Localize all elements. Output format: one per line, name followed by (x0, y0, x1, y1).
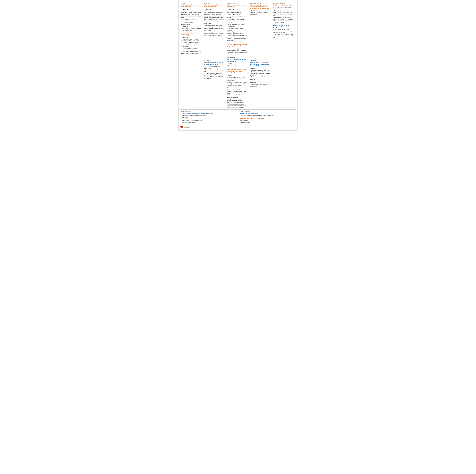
cost-title: What are the expected costs to run your … (181, 112, 237, 114)
cost-content: - Web application development and mainte… (181, 115, 237, 123)
km-label: KEY METRICS (204, 60, 225, 61)
footer-brand: RubyGarage (184, 125, 190, 127)
vp-describe-content: - We provide an easy-to-navigate app tha… (227, 48, 248, 55)
vp-doctors-heading: For doctors: (227, 26, 248, 28)
solution-doctors-content: - An application where doctors can manag… (204, 24, 225, 36)
channels-patients-heading: Patients: (250, 67, 271, 69)
revenue-pay-title: How would your customers prefer to pay? (239, 117, 295, 119)
km-content: - Number of scheduled and held appointme… (204, 66, 225, 79)
problem-doctors-heading: For doctors: (181, 26, 202, 28)
cs-first-content: - Private practitioners who have no bure… (273, 29, 294, 38)
svg-text:RG: RG (181, 126, 182, 127)
dod-s: S: Regulatory compliance, map of nearby … (227, 98, 248, 103)
footer-url: rubygarage.org (184, 127, 190, 128)
problem-patients-content: - Inability to visit a doctor in person … (181, 10, 202, 25)
rubygarage-logo: RG (180, 125, 183, 128)
revenue-label: REVENUE STREAMS (239, 111, 295, 112)
channels-title: Through which channels do your customer … (250, 62, 271, 67)
problem-patients-heading: For patients: (181, 8, 202, 10)
km-title: Which metrics indicate how well your com… (204, 62, 225, 65)
zocdoc-heading: Zocdoc: (227, 74, 248, 76)
key-metrics-cell: KEY METRICS Which metrics indicate how w… (203, 59, 226, 109)
practo-heading: Practo: (227, 87, 248, 89)
vp-describe-title: How would you briefly describe what you … (227, 44, 248, 47)
dod-heading: Doctor on Demand: (227, 96, 248, 98)
channels-doctors-heading: Doctors: (250, 78, 271, 80)
footer: RG RubyGarage rubygarage.org (180, 124, 296, 129)
competitors-title: Who are the main competitors on the mark… (227, 59, 248, 62)
cost-label: COST STRUCTURE (181, 111, 237, 112)
solution-patients-content: - An application where patients can sche… (204, 10, 225, 22)
solve-doctors-heading: For doctors: (181, 46, 202, 47)
vp-doctors-content: - Safe digital presence and self-promoti… (227, 28, 248, 43)
solution-patients-heading: For patients: (204, 8, 225, 10)
problem-label: PROBLEM (181, 2, 202, 4)
ua-title: What assets do you possess that can't be… (250, 4, 271, 9)
value-propositions-cell: VALUE PROPOSITIONS What value do you del… (226, 1, 249, 109)
problem-cell: PROBLEM What critical problems do your c… (180, 1, 203, 109)
problem-doctors-content: - Lack of self-promotion and customers -… (181, 28, 202, 31)
cost-structure-cell: COST STRUCTURE What are the expected cos… (180, 109, 238, 124)
zocdoc-s: S: Simplicity, user-friendly interface, … (227, 76, 248, 81)
practo-w: W: Services not offered in all cities (227, 94, 248, 96)
competitors-label: COMPETITORS (227, 57, 248, 58)
channels-cell: CHANNELS Through which channels do your … (249, 59, 272, 109)
cs-label: CUSTOMER SEGMENTS (273, 2, 294, 4)
revenue-content: - Commission-based scheme (10% from each… (239, 115, 295, 117)
solution-cell: SOLUTION What are your solutions to cust… (203, 1, 226, 59)
vp-label: VALUE PROPOSITIONS (227, 2, 248, 4)
zocdoc-w: W: Doctors pay for being listed and stay… (227, 81, 248, 87)
solution-doctors-heading: For doctors: (204, 23, 225, 24)
revenue-pay-content: - Online payment - Insurance coverage (239, 120, 295, 123)
solution-title: What are your solutions to customers' pr… (204, 4, 225, 8)
cs-content: - Patients who want online medical consu… (273, 7, 294, 23)
ua-content: - Deep domain knowledge – the app is sup… (250, 10, 271, 15)
channels-doctors-content: - Websites of medical associations and c… (250, 80, 271, 87)
solve-title: How can these problems be solved today? (181, 32, 202, 36)
customer-segments-cell: CUSTOMER SEGMENTS Who is your intended a… (272, 1, 295, 109)
channels-patients-content: - Social media of health thought leaders… (250, 69, 271, 78)
problem-title: What critical problems do your customers… (181, 4, 202, 8)
competitors-sw-title: What are the strengths (S) and weaknesse… (227, 69, 248, 74)
vp-patients-heading: For patients: (227, 8, 248, 10)
unfair-advantage-cell: UNFAIR ADVANTAGE What assets do you poss… (249, 1, 272, 59)
solution-label: SOLUTION (204, 2, 225, 4)
practo-s: S: Free registration for doctors, storag… (227, 89, 248, 94)
ua-label: UNFAIR ADVANTAGE (250, 2, 271, 4)
dod-w: W: Limited range of specialists in remot… (227, 103, 248, 108)
solve-doctors-content: - Staying long hours after work to prepa… (181, 48, 202, 56)
cs-first-title: Who will be first in line to try your pr… (273, 24, 294, 28)
revenue-streams-cell: REVENUE STREAMS How will you generate re… (238, 109, 296, 124)
vp-title: What value do you deliver to customers? (227, 4, 248, 8)
revenue-title: How will you generate revenue? (239, 112, 295, 114)
competitors-list: - Zocdoc - Doctor on Demand - Practo (227, 63, 248, 68)
solve-patients-content: - Going to the hospital to make an appoi… (181, 38, 202, 45)
vp-patients-content: - Fast appointment scheduling and online… (227, 10, 248, 25)
cs-title: Who is your intended audience? (273, 4, 294, 6)
channels-label: CHANNELS (250, 60, 271, 61)
solve-patients-heading: For patients: (181, 36, 202, 38)
